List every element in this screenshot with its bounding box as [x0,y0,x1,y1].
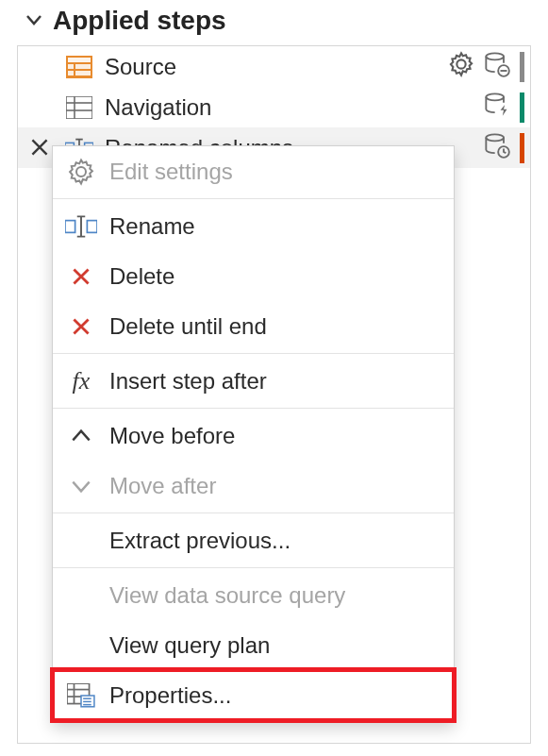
menu-view-query-plan[interactable]: View query plan [53,620,454,670]
step-row-source[interactable]: Source [18,46,530,87]
status-bar [520,133,524,163]
svg-rect-4 [68,71,74,76]
menu-separator [53,512,454,513]
x-red-icon [64,260,98,294]
status-bar [520,92,524,123]
menu-move-before[interactable]: Move before [53,411,454,461]
table-properties-icon [64,679,98,713]
svg-rect-5 [75,71,91,76]
panel-title: Applied steps [53,6,226,36]
database-bolt-icon [484,92,510,124]
menu-extract-previous[interactable]: Extract previous... [53,515,454,565]
menu-label: Move after [109,473,216,499]
svg-point-6 [486,53,504,59]
svg-rect-3 [75,64,91,69]
menu-edit-settings: Edit settings [53,146,454,196]
x-red-icon [64,310,98,344]
menu-view-data-source-query: View data source query [53,570,454,620]
menu-label: Insert step after [109,368,267,395]
svg-rect-19 [65,220,75,232]
svg-rect-9 [66,96,92,119]
menu-separator [53,408,454,409]
menu-delete[interactable]: Delete [53,251,454,301]
status-bar [520,52,524,82]
menu-label: Extract previous... [109,528,291,554]
svg-rect-1 [68,58,91,62]
blank-icon [64,629,98,663]
table-icon [65,93,93,122]
database-minus-icon [484,51,510,83]
menu-properties[interactable]: Properties... [53,670,454,720]
menu-label: Edit settings [109,159,233,185]
menu-move-after: Move after [53,461,454,511]
menu-label: Move before [109,423,235,449]
delete-step-icon[interactable] [27,135,52,165]
menu-separator [53,353,454,354]
rename-icon [64,210,98,244]
menu-label: Rename [109,213,195,240]
fx-icon: fx [64,364,98,398]
step-row-navigation[interactable]: Navigation [18,87,530,127]
menu-rename[interactable]: Rename [53,201,454,251]
chevron-down-icon [64,469,98,503]
source-table-icon [65,53,93,81]
menu-label: Delete until end [109,313,267,340]
step-context-menu: Edit settings Rename Delete Delete until… [52,145,455,721]
blank-icon [64,579,98,613]
menu-delete-until-end[interactable]: Delete until end [53,301,454,351]
menu-label: Delete [109,263,174,290]
menu-label: View query plan [109,632,270,659]
database-clock-icon [484,132,510,164]
menu-separator [53,567,454,568]
chevron-up-icon [64,419,98,453]
svg-point-13 [486,93,504,100]
menu-separator [53,198,454,199]
step-label: Navigation [105,94,484,121]
step-label: Source [105,54,448,80]
menu-label: View data source query [109,582,345,609]
gear-icon[interactable] [448,51,474,83]
menu-insert-step-after[interactable]: fx Insert step after [53,356,454,406]
blank-icon [64,524,98,558]
svg-rect-2 [68,64,74,69]
gear-icon [64,155,98,189]
menu-label: Properties... [109,682,231,709]
svg-point-17 [486,134,504,141]
collapse-chevron-icon [25,6,43,36]
panel-header[interactable]: Applied steps [0,0,548,45]
svg-rect-20 [87,220,97,232]
